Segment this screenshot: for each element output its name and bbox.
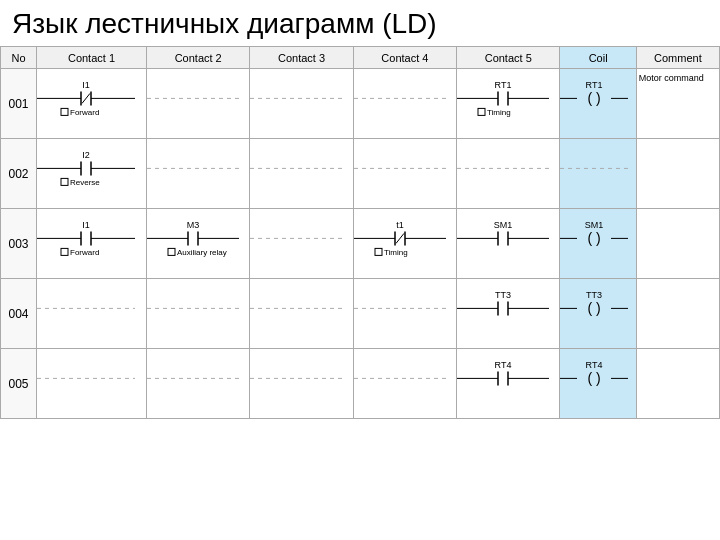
coil-row1 — [560, 139, 636, 209]
svg-rect-27 — [61, 178, 68, 185]
table-row: 004TT3TT3( ) — [1, 279, 720, 349]
cell-row4-col2 — [250, 349, 353, 419]
table-row: 005RT4RT4( ) — [1, 349, 720, 419]
cell-row0-col4: RT1Timing — [457, 69, 560, 139]
comment-row2 — [636, 209, 719, 279]
table-header-row: No Contact 1 Contact 2 Contact 3 Contact… — [1, 47, 720, 69]
comment-row3 — [636, 279, 719, 349]
svg-text:RT4: RT4 — [586, 360, 603, 370]
cell-row4-col3 — [353, 349, 456, 419]
svg-rect-46 — [168, 248, 175, 255]
coil-row3: TT3( ) — [560, 279, 636, 349]
cell-row1-col1 — [147, 139, 250, 209]
svg-rect-39 — [61, 248, 68, 255]
comment-row4 — [636, 349, 719, 419]
table-row: 003I1ForwardM3Auxiliary relayt1TimingSM1… — [1, 209, 720, 279]
svg-text:RT4: RT4 — [495, 360, 512, 370]
svg-text:Timing: Timing — [384, 248, 408, 257]
comment-row0: Motor command — [636, 69, 719, 139]
svg-rect-6 — [61, 108, 68, 115]
svg-line-53 — [396, 233, 404, 243]
header-contact2: Contact 2 — [147, 47, 250, 69]
svg-text:( ): ( ) — [588, 230, 601, 246]
coil-row2: SM1( ) — [560, 209, 636, 279]
cell-row1-col3 — [353, 139, 456, 209]
svg-rect-55 — [375, 248, 382, 255]
svg-text:( ): ( ) — [588, 90, 601, 106]
header-contact1: Contact 1 — [36, 47, 146, 69]
table-row: 002I2Reverse — [1, 139, 720, 209]
svg-text:( ): ( ) — [588, 300, 601, 316]
svg-text:RT1: RT1 — [586, 80, 603, 90]
svg-text:TT3: TT3 — [495, 290, 511, 300]
row-number: 001 — [1, 69, 37, 139]
header-contact3: Contact 3 — [250, 47, 353, 69]
cell-row1-col4 — [457, 139, 560, 209]
svg-line-4 — [82, 93, 90, 103]
svg-text:Reverse: Reverse — [70, 178, 100, 187]
svg-rect-16 — [478, 108, 485, 115]
coil-row0: RT1( ) — [560, 69, 636, 139]
svg-text:Forward: Forward — [70, 108, 99, 117]
cell-row4-col1 — [147, 349, 250, 419]
svg-text:M3: M3 — [187, 220, 200, 230]
cell-row4-col0 — [36, 349, 146, 419]
cell-row1-col2 — [250, 139, 353, 209]
header-contact4: Contact 4 — [353, 47, 456, 69]
svg-text:I2: I2 — [82, 150, 90, 160]
cell-row0-col2 — [250, 69, 353, 139]
row-number: 002 — [1, 139, 37, 209]
cell-row3-col3 — [353, 279, 456, 349]
cell-row2-col3: t1Timing — [353, 209, 456, 279]
cell-row0-col0: I1Forward — [36, 69, 146, 139]
svg-text:I1: I1 — [82, 220, 90, 230]
header-contact5: Contact 5 — [457, 47, 560, 69]
comment-row1 — [636, 139, 719, 209]
cell-row2-col0: I1Forward — [36, 209, 146, 279]
cell-row3-col4: TT3 — [457, 279, 560, 349]
svg-text:SM1: SM1 — [585, 220, 604, 230]
ladder-diagram-table: No Contact 1 Contact 2 Contact 3 Contact… — [0, 46, 720, 419]
header-comment: Comment — [636, 47, 719, 69]
header-coil: Coil — [560, 47, 636, 69]
cell-row2-col2 — [250, 209, 353, 279]
svg-text:Forward: Forward — [70, 248, 99, 257]
cell-row0-col1 — [147, 69, 250, 139]
svg-text:I1: I1 — [82, 80, 90, 90]
row-number: 005 — [1, 349, 37, 419]
svg-text:TT3: TT3 — [586, 290, 602, 300]
svg-text:Auxiliary relay: Auxiliary relay — [177, 248, 227, 257]
coil-row4: RT4( ) — [560, 349, 636, 419]
row-number: 003 — [1, 209, 37, 279]
header-no: No — [1, 47, 37, 69]
cell-row0-col3 — [353, 69, 456, 139]
cell-row3-col1 — [147, 279, 250, 349]
cell-row2-col4: SM1 — [457, 209, 560, 279]
svg-text:t1: t1 — [396, 220, 404, 230]
svg-text:( ): ( ) — [588, 370, 601, 386]
row-number: 004 — [1, 279, 37, 349]
cell-row1-col0: I2Reverse — [36, 139, 146, 209]
cell-row3-col0 — [36, 279, 146, 349]
title: Язык лестничных диаграмм (LD) — [0, 0, 720, 46]
cell-row4-col4: RT4 — [457, 349, 560, 419]
svg-text:Timing: Timing — [487, 108, 511, 117]
svg-text:SM1: SM1 — [494, 220, 513, 230]
cell-row3-col2 — [250, 279, 353, 349]
table-row: 001I1ForwardRT1TimingRT1( )Motor command — [1, 69, 720, 139]
svg-text:RT1: RT1 — [495, 80, 512, 90]
cell-row2-col1: M3Auxiliary relay — [147, 209, 250, 279]
